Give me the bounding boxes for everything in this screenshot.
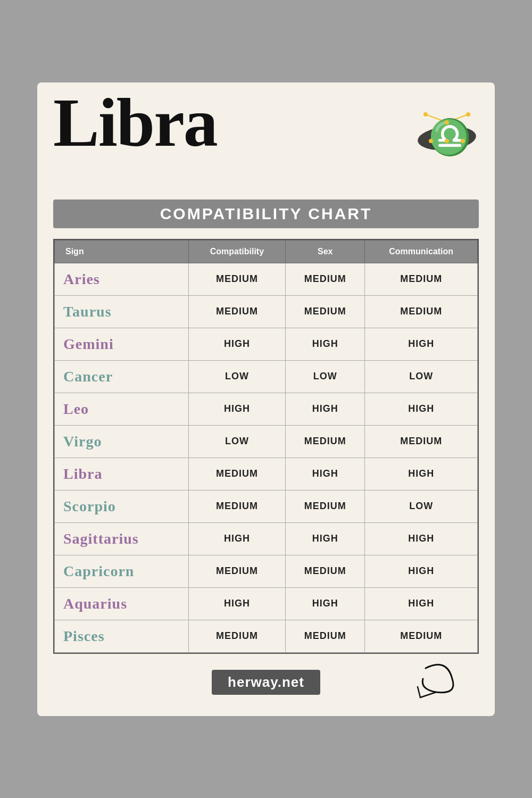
sex-cell: MEDIUM bbox=[286, 295, 365, 328]
compatibility-cell: MEDIUM bbox=[188, 458, 286, 490]
communication-cell: LOW bbox=[365, 490, 478, 522]
sex-cell: MEDIUM bbox=[286, 620, 365, 652]
compatibility-cell: HIGH bbox=[188, 522, 286, 555]
communication-cell: HIGH bbox=[365, 458, 478, 490]
website-label: herway.net bbox=[212, 670, 320, 695]
table-row: AriesMEDIUMMEDIUMMEDIUM bbox=[55, 263, 478, 295]
compatibility-cell: MEDIUM bbox=[188, 263, 286, 295]
communication-cell: LOW bbox=[365, 360, 478, 393]
compatibility-cell: LOW bbox=[188, 425, 286, 458]
footer: herway.net bbox=[37, 670, 495, 695]
communication-cell: MEDIUM bbox=[365, 295, 478, 328]
subtitle-text: COMPATIBILITY CHART bbox=[64, 205, 468, 223]
col-sign: Sign bbox=[55, 240, 189, 263]
sex-cell: MEDIUM bbox=[286, 263, 365, 295]
compatibility-cell: MEDIUM bbox=[188, 620, 286, 652]
communication-cell: HIGH bbox=[365, 555, 478, 587]
table-row: CapricornMEDIUMMEDIUMHIGH bbox=[55, 555, 478, 587]
svg-point-10 bbox=[429, 139, 433, 143]
table-row: GeminiHIGHHIGHHIGH bbox=[55, 328, 478, 360]
communication-cell: HIGH bbox=[365, 522, 478, 555]
svg-point-11 bbox=[461, 139, 465, 143]
sign-cell: Taurus bbox=[55, 295, 189, 328]
compatibility-table-wrap: Sign Compatibility Sex Communication Ari… bbox=[53, 239, 479, 654]
table-row: LeoHIGHHIGHHIGH bbox=[55, 393, 478, 425]
sign-cell: Aries bbox=[55, 263, 189, 295]
sex-cell: MEDIUM bbox=[286, 425, 365, 458]
sign-cell: Virgo bbox=[55, 425, 189, 458]
subtitle-bar: COMPATIBILITY CHART bbox=[53, 200, 479, 228]
sex-cell: HIGH bbox=[286, 393, 365, 425]
svg-point-9 bbox=[445, 139, 449, 143]
header: Libra ♎ bbox=[37, 82, 495, 200]
sign-cell: Pisces bbox=[55, 620, 189, 652]
sign-cell: Leo bbox=[55, 393, 189, 425]
compatibility-cell: LOW bbox=[188, 360, 286, 393]
svg-line-12 bbox=[420, 692, 436, 697]
table-row: VirgoLOWMEDIUMMEDIUM bbox=[55, 425, 478, 458]
col-communication: Communication bbox=[365, 240, 478, 263]
communication-cell: HIGH bbox=[365, 587, 478, 620]
table-row: PiscesMEDIUMMEDIUMMEDIUM bbox=[55, 620, 478, 652]
svg-text:♎: ♎ bbox=[428, 117, 472, 158]
page-title: Libra bbox=[53, 88, 217, 157]
compatibility-cell: HIGH bbox=[188, 328, 286, 360]
col-compatibility: Compatibility bbox=[188, 240, 286, 263]
sign-cell: Scorpio bbox=[55, 490, 189, 522]
col-sex: Sex bbox=[286, 240, 365, 263]
libra-symbol-icon: ♎ bbox=[399, 93, 479, 162]
svg-point-6 bbox=[423, 112, 428, 117]
table-row: AquariusHIGHHIGHHIGH bbox=[55, 587, 478, 620]
swirl-icon bbox=[410, 658, 463, 700]
sign-cell: Libra bbox=[55, 458, 189, 490]
communication-cell: MEDIUM bbox=[365, 425, 478, 458]
communication-cell: MEDIUM bbox=[365, 620, 478, 652]
compatibility-cell: HIGH bbox=[188, 587, 286, 620]
sex-cell: HIGH bbox=[286, 587, 365, 620]
sign-cell: Cancer bbox=[55, 360, 189, 393]
sex-cell: HIGH bbox=[286, 328, 365, 360]
table-row: ScorpioMEDIUMMEDIUMLOW bbox=[55, 490, 478, 522]
sign-cell: Gemini bbox=[55, 328, 189, 360]
compatibility-cell: HIGH bbox=[188, 393, 286, 425]
table-row: TaurusMEDIUMMEDIUMMEDIUM bbox=[55, 295, 478, 328]
communication-cell: HIGH bbox=[365, 328, 478, 360]
sign-cell: Capricorn bbox=[55, 555, 189, 587]
sex-cell: MEDIUM bbox=[286, 490, 365, 522]
communication-cell: MEDIUM bbox=[365, 263, 478, 295]
table-header-row: Sign Compatibility Sex Communication bbox=[55, 240, 478, 263]
compatibility-cell: MEDIUM bbox=[188, 490, 286, 522]
sign-cell: Aquarius bbox=[55, 587, 189, 620]
sex-cell: HIGH bbox=[286, 458, 365, 490]
compatibility-cell: MEDIUM bbox=[188, 295, 286, 328]
compatibility-cell: MEDIUM bbox=[188, 555, 286, 587]
sex-cell: HIGH bbox=[286, 522, 365, 555]
sign-cell: Sagittarius bbox=[55, 522, 189, 555]
main-card: Libra ♎ COMPATIBILITY CHART bbox=[37, 82, 495, 716]
communication-cell: HIGH bbox=[365, 393, 478, 425]
svg-point-8 bbox=[445, 120, 449, 124]
svg-point-7 bbox=[466, 112, 470, 117]
table-row: CancerLOWLOWLOW bbox=[55, 360, 478, 393]
sex-cell: LOW bbox=[286, 360, 365, 393]
sex-cell: MEDIUM bbox=[286, 555, 365, 587]
compatibility-table: Sign Compatibility Sex Communication Ari… bbox=[54, 240, 478, 653]
svg-line-13 bbox=[418, 687, 420, 697]
table-row: SagittariusHIGHHIGHHIGH bbox=[55, 522, 478, 555]
table-row: LibraMEDIUMHIGHHIGH bbox=[55, 458, 478, 490]
